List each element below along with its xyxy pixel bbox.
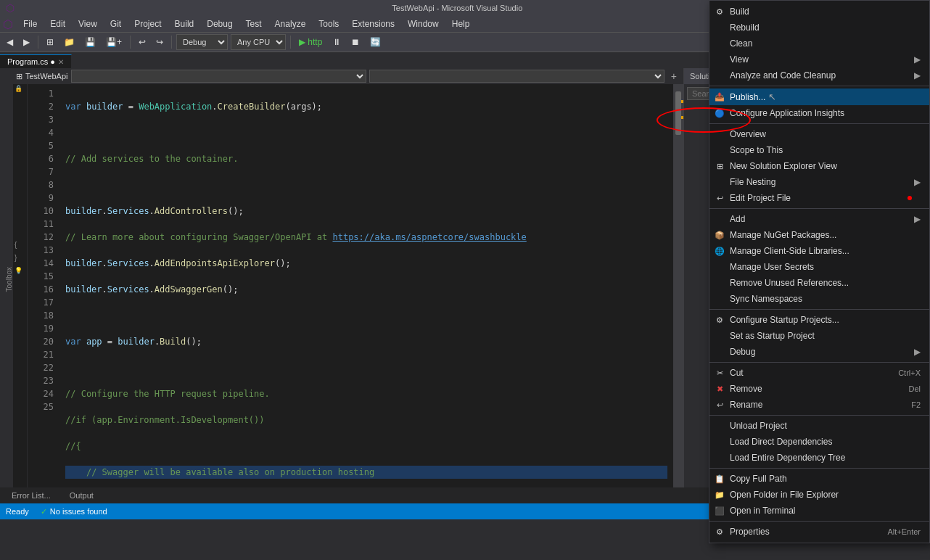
menu-project[interactable]: Project — [128, 17, 167, 30]
breadcrumb-project-name: TestWebApi — [25, 72, 68, 81]
menu-edit[interactable]: Edit — [44, 17, 71, 30]
namespace-dropdown[interactable] — [71, 70, 366, 83]
cm-clean[interactable]: Clean — [709, 36, 929, 52]
add-icon — [714, 213, 725, 225]
save-all-btn[interactable]: 💾+ — [102, 35, 125, 49]
cm-clean-label: Clean — [730, 38, 752, 49]
cm-sep-3 — [709, 208, 929, 209]
forward-btn[interactable]: ▶ — [20, 35, 33, 49]
cm-overview-label: Overview — [730, 129, 766, 139]
analyze-icon — [714, 70, 725, 81]
menu-window[interactable]: Window — [402, 17, 445, 30]
restart-btn[interactable]: 🔄 — [366, 35, 384, 49]
lightbulb-icon[interactable]: 💡 — [15, 267, 22, 274]
cm-analyze[interactable]: Analyze and Code Cleanup ▶ — [709, 67, 929, 83]
cm-open-folder[interactable]: 📁 Open Folder in File Explorer — [709, 487, 929, 503]
cm-set-startup[interactable]: Set as Startup Project — [709, 328, 929, 344]
sync-btn[interactable]: + — [667, 68, 680, 84]
cm-add[interactable]: Add ▶ — [709, 211, 929, 227]
menu-file[interactable]: File — [17, 17, 43, 30]
menu-tools[interactable]: Tools — [313, 17, 345, 30]
load-all-icon — [714, 452, 725, 464]
breadcrumb-icon: ⊞ — [16, 72, 22, 81]
save-btn[interactable]: 💾 — [81, 35, 99, 49]
redo-btn[interactable]: ↪ — [152, 35, 167, 49]
view-icon — [714, 54, 725, 65]
insights-icon: 🔵 — [714, 107, 725, 119]
add-submenu-icon: ▶ — [914, 214, 921, 224]
debug-icon — [714, 346, 725, 358]
cm-remove-refs[interactable]: Remove Unused References... — [709, 275, 929, 291]
cm-sync-namespaces[interactable]: Sync Namespaces — [709, 291, 929, 307]
context-menu: ⚙ Build Rebuild Clean View ▶ Analyze and… — [709, 0, 930, 543]
cm-user-secrets[interactable]: Manage User Secrets — [709, 259, 929, 275]
run-btn[interactable]: ▶ http — [295, 35, 326, 49]
back-btn[interactable]: ◀ — [3, 35, 17, 49]
cm-properties[interactable]: ⚙ Properties Alt+Enter — [709, 524, 929, 540]
cm-remove-label: Remove — [730, 384, 762, 394]
cm-publish[interactable]: 📤 Publish... ↖ — [709, 88, 929, 105]
cm-rename-label: Rename — [730, 400, 762, 410]
cm-properties-label: Properties — [730, 527, 770, 537]
debug-submenu-icon: ▶ — [914, 347, 921, 357]
tab-close-btn[interactable]: ✕ — [58, 58, 64, 66]
toolbar-sep-2 — [130, 36, 131, 49]
line-numbers: 12345 678910 1112131415 1617181920 21222… — [28, 84, 59, 487]
debug-config-dropdown[interactable]: Debug Release — [176, 34, 228, 50]
cm-nuget[interactable]: 📦 Manage NuGet Packages... — [709, 227, 929, 243]
cm-load-direct[interactable]: Load Direct Dependencies — [709, 434, 929, 450]
code-content[interactable]: var builder = WebApplication.CreateBuild… — [59, 84, 673, 487]
cm-file-nesting[interactable]: File Nesting ▶ — [709, 174, 929, 190]
cm-new-solution-view[interactable]: ⊞ New Solution Explorer View — [709, 158, 929, 174]
cm-cut[interactable]: ✂ Cut Ctrl+X — [709, 365, 929, 381]
cm-rebuild[interactable]: Rebuild — [709, 20, 929, 36]
copy-path-icon: 📋 — [714, 473, 725, 485]
status-message: Ready — [6, 507, 29, 516]
cm-client-libs-label: Manage Client-Side Libraries... — [730, 246, 849, 256]
open-folder-icon: 📁 — [714, 489, 725, 501]
editor-scrollbar[interactable] — [673, 84, 683, 487]
cm-client-libs[interactable]: 🌐 Manage Client-Side Libraries... — [709, 243, 929, 259]
cm-debug[interactable]: Debug ▶ — [709, 344, 929, 360]
cm-edit-project-file[interactable]: ↩ Edit Project File — [709, 190, 929, 206]
output-tab[interactable]: Output — [61, 490, 102, 501]
cm-load-all[interactable]: Load Entire Dependency Tree — [709, 450, 929, 466]
menu-analyze[interactable]: Analyze — [269, 17, 312, 30]
menu-build[interactable]: Build — [169, 17, 200, 30]
cm-copy-path[interactable]: 📋 Copy Full Path — [709, 471, 929, 487]
undo-btn[interactable]: ↩ — [135, 35, 149, 49]
menu-extensions[interactable]: Extensions — [346, 17, 400, 30]
cm-open-folder-label: Open Folder in File Explorer — [730, 490, 839, 500]
cm-build[interactable]: ⚙ Build — [709, 4, 929, 20]
cm-rename[interactable]: ↩ Rename F2 — [709, 397, 929, 413]
open-file-btn[interactable]: 📁 — [60, 35, 78, 49]
cut-icon: ✂ — [714, 367, 725, 379]
new-project-btn[interactable]: ⊞ — [43, 35, 57, 49]
code-area[interactable]: 🔒 { } 💡 12345 678910 1112131415 16171819… — [13, 84, 683, 487]
scrollbar-thumb[interactable] — [675, 91, 681, 135]
menu-git[interactable]: Git — [104, 17, 127, 30]
stop-btn[interactable]: ⏹ — [347, 35, 363, 49]
menu-view[interactable]: View — [73, 17, 103, 30]
analyze-submenu-icon: ▶ — [914, 70, 921, 81]
menu-help[interactable]: Help — [446, 17, 476, 30]
platform-dropdown[interactable]: Any CPU x86 x64 — [231, 34, 286, 50]
error-list-tab[interactable]: Error List... — [3, 490, 59, 501]
cm-configure-insights[interactable]: 🔵 Configure Application Insights — [709, 105, 929, 121]
cursor-indicator: ↖ — [768, 91, 776, 102]
cm-open-terminal[interactable]: ⬛ Open in Terminal — [709, 503, 929, 519]
cm-scope[interactable]: Scope to This — [709, 142, 929, 158]
cm-view[interactable]: View ▶ — [709, 52, 929, 67]
cm-startup-projects[interactable]: ⚙ Configure Startup Projects... — [709, 312, 929, 328]
cm-remove[interactable]: ✖ Remove Del — [709, 381, 929, 397]
set-startup-icon — [714, 330, 725, 342]
menu-test[interactable]: Test — [240, 17, 268, 30]
cm-overview[interactable]: Overview — [709, 126, 929, 142]
member-dropdown[interactable] — [369, 70, 664, 83]
cm-unload[interactable]: Unload Project — [709, 418, 929, 434]
vs-logo-menu: ⬡ — [3, 17, 13, 31]
editor-tab-program-cs[interactable]: Program.cs ● ✕ — [0, 54, 72, 68]
menu-debug[interactable]: Debug — [201, 17, 238, 30]
cm-sep-4 — [709, 309, 929, 310]
pause-btn[interactable]: ⏸ — [329, 35, 345, 49]
